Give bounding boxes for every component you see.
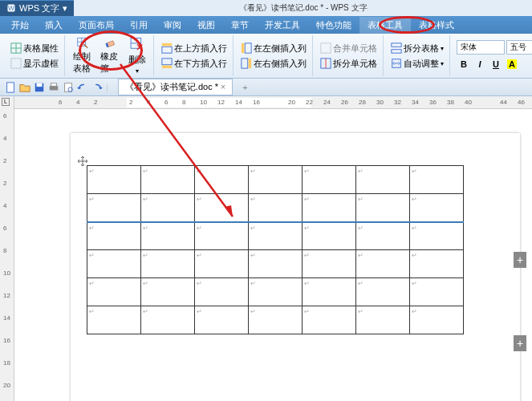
menu-dev-tools[interactable]: 开发工具 [257, 17, 308, 34]
app-menu[interactable]: W WPS 文字 ▾ [0, 1, 74, 16]
autofit-button[interactable]: 自动调整▾ [388, 57, 446, 71]
menu-view[interactable]: 视图 [189, 17, 223, 34]
table-cell[interactable]: ↵ [249, 166, 303, 194]
quick-access-toolbar: | 《看见》读书笔记.doc * × + [0, 79, 532, 96]
underline-button[interactable]: U [489, 57, 503, 71]
table-cell[interactable]: ↵ [303, 250, 356, 278]
table-cell[interactable]: ↵ [141, 222, 195, 250]
table-cell[interactable]: ↵ [249, 194, 303, 222]
table-row[interactable]: ↵↵↵↵↵↵↵ [87, 194, 464, 222]
save-icon[interactable] [34, 82, 45, 93]
font-size-select[interactable]: 五号 [506, 40, 532, 55]
menu-start[interactable]: 开始 [3, 17, 37, 34]
redo-icon[interactable] [91, 82, 103, 93]
table-row[interactable]: ↵↵↵↵↵↵↵ [87, 250, 464, 278]
table-cell[interactable]: ↵ [356, 278, 410, 306]
table-cell[interactable]: ↵ [249, 278, 303, 306]
table-cell[interactable]: ↵ [249, 306, 303, 334]
insert-col-left-button[interactable]: 在左侧插入列 [238, 42, 309, 55]
svg-rect-21 [321, 43, 331, 53]
table-cell[interactable]: ↵ [410, 278, 464, 306]
menu-review[interactable]: 审阅 [156, 17, 189, 34]
table-cell[interactable]: ↵ [87, 278, 141, 306]
table-row[interactable]: ↵↵↵↵↵↵↵ [87, 166, 464, 194]
merge-cells-button[interactable]: 合并单元格 [318, 42, 380, 55]
table-cell[interactable]: ↵ [356, 250, 410, 278]
table[interactable]: ↵↵↵↵↵↵↵↵↵↵↵↵↵↵↵↵↵↵↵↵↵↵↵↵↵↵↵↵↵↵↵↵↵↵↵↵↵↵↵↵… [87, 165, 464, 334]
close-tab-icon[interactable]: × [221, 82, 225, 91]
table-cell[interactable]: ↵ [356, 166, 410, 194]
table-cell[interactable]: ↵ [141, 250, 195, 278]
table-cell[interactable]: ↵ [87, 194, 141, 222]
menu-special[interactable]: 特色功能 [308, 17, 359, 34]
add-row-button[interactable]: + [514, 335, 526, 351]
table-cell[interactable]: ↵ [303, 194, 356, 222]
eraser-button[interactable]: 橡皮擦 [97, 35, 123, 76]
l-marker: L [2, 98, 10, 106]
table-cell[interactable]: ↵ [410, 194, 464, 222]
draw-table-button[interactable]: 绘制表格 [70, 35, 95, 76]
table-cell[interactable]: ↵ [195, 278, 249, 306]
new-tab-button[interactable]: + [242, 83, 247, 92]
split-cells-button[interactable]: 拆分单元格 [318, 57, 380, 71]
table-row[interactable]: ↵↵↵↵↵↵↵ [87, 306, 464, 334]
table-properties-button[interactable]: 表格属性 [8, 42, 61, 55]
table-cell[interactable]: ↵ [87, 222, 141, 250]
document-title: 《看见》读书笔记.doc * - WPS 文字 [74, 0, 532, 16]
table-cell[interactable]: ↵ [141, 166, 195, 194]
italic-button[interactable]: I [473, 57, 487, 71]
table-cell[interactable]: ↵ [410, 306, 464, 334]
insert-col-right-button[interactable]: 在右侧插入列 [238, 57, 309, 71]
document-canvas[interactable]: ↵↵↵↵↵↵↵↵↵↵↵↵↵↵↵↵↵↵↵↵↵↵↵↵↵↵↵↵↵↵↵↵↵↵↵↵↵↵↵↵… [14, 109, 532, 401]
delete-button[interactable]: 删除▾ [124, 35, 150, 76]
table-cell[interactable]: ↵ [141, 278, 195, 306]
new-doc-icon[interactable] [5, 82, 16, 93]
menu-references[interactable]: 引用 [122, 17, 156, 34]
table-cell[interactable]: ↵ [303, 222, 356, 250]
document-tab[interactable]: 《看见》读书笔记.doc * × [118, 79, 233, 95]
table-cell[interactable]: ↵ [87, 306, 141, 334]
table-cell[interactable]: ↵ [303, 306, 356, 334]
table-cell[interactable]: ↵ [141, 194, 195, 222]
table-cell[interactable]: ↵ [195, 166, 249, 194]
menu-chapters[interactable]: 章节 [223, 17, 257, 34]
table-cell[interactable]: ↵ [410, 222, 464, 250]
table-cell[interactable]: ↵ [195, 194, 249, 222]
table-cell[interactable]: ↵ [195, 250, 249, 278]
table-cell[interactable]: ↵ [87, 166, 141, 194]
insert-row-below-button[interactable]: 在下方插入行 [159, 57, 229, 71]
table-cell[interactable]: ↵ [356, 306, 410, 334]
show-gridlines-button[interactable]: 显示虚框 [8, 57, 61, 71]
table-cell[interactable]: ↵ [87, 250, 141, 278]
table-cell[interactable]: ↵ [195, 306, 249, 334]
menu-table-styles[interactable]: 表格样式 [411, 17, 462, 34]
table-cell[interactable]: ↵ [410, 250, 464, 278]
table-row[interactable]: ↵↵↵↵↵↵↵ [87, 222, 464, 250]
table-cell[interactable]: ↵ [303, 166, 356, 194]
table-move-handle-icon[interactable] [77, 156, 88, 167]
table-cell[interactable]: ↵ [195, 222, 249, 250]
print-icon[interactable] [48, 82, 59, 93]
table-cell[interactable]: ↵ [303, 278, 356, 306]
table-cell[interactable]: ↵ [356, 194, 410, 222]
font-name-select[interactable]: 宋体 [457, 40, 505, 55]
menu-table-tools[interactable]: 表格工具 [359, 17, 411, 34]
table-cell[interactable]: ↵ [410, 166, 464, 194]
svg-rect-16 [162, 66, 172, 69]
undo-icon[interactable] [77, 82, 88, 93]
menu-page-layout[interactable]: 页面布局 [71, 17, 122, 34]
table-row[interactable]: ↵↵↵↵↵↵↵ [87, 278, 464, 306]
table-cell[interactable]: ↵ [141, 306, 195, 334]
table-cell[interactable]: ↵ [249, 250, 303, 278]
split-table-button[interactable]: 拆分表格▾ [388, 42, 446, 55]
open-icon[interactable] [19, 82, 30, 93]
add-column-button[interactable]: + [514, 252, 526, 268]
print-preview-icon[interactable] [63, 82, 74, 93]
menu-insert[interactable]: 插入 [37, 17, 71, 34]
table-cell[interactable]: ↵ [249, 222, 303, 250]
table-cell[interactable]: ↵ [356, 222, 410, 250]
highlight-button[interactable]: A [505, 57, 519, 71]
svg-rect-17 [245, 43, 251, 53]
bold-button[interactable]: B [457, 57, 471, 71]
insert-row-above-button[interactable]: 在上方插入行 [159, 42, 229, 55]
